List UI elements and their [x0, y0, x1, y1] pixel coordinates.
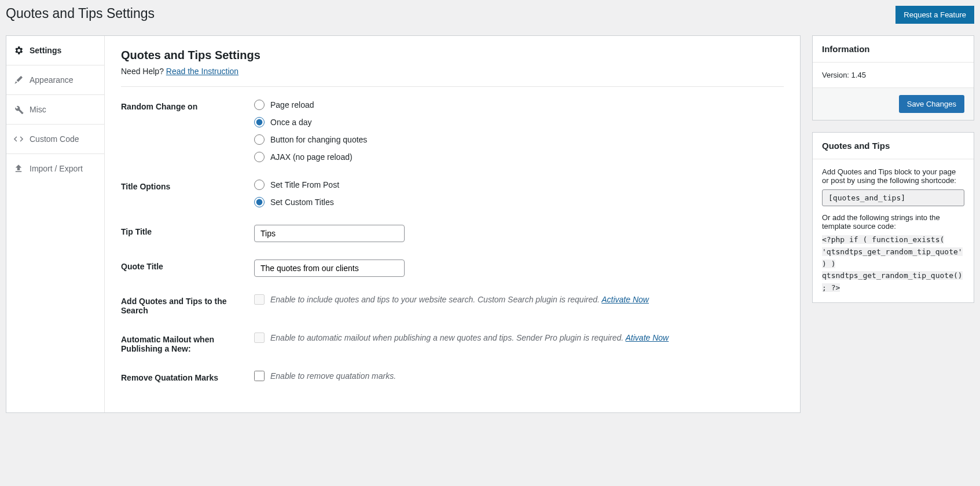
settings-content: Quotes and Tips Settings Need Help? Read…: [105, 36, 800, 412]
label-title-options: Title Options: [121, 180, 254, 191]
radio-input[interactable]: [254, 100, 265, 110]
label-add-to-search: Add Quotes and Tips to the Search: [121, 294, 254, 315]
save-changes-button[interactable]: Save Changes: [899, 95, 964, 113]
sidebar-item-custom-code[interactable]: Custom Code: [6, 125, 104, 154]
radio-title-from-post[interactable]: Set Title From Post: [254, 180, 784, 190]
sidebar-item-label: Appearance: [30, 75, 74, 85]
tip-title-input[interactable]: [254, 225, 405, 242]
label-tip-title: Tip Title: [121, 225, 254, 236]
label-random-change: Random Change on: [121, 100, 254, 111]
radio-input[interactable]: [254, 152, 265, 162]
radio-label: AJAX (no page reload): [270, 152, 353, 162]
quote-title-input[interactable]: [254, 260, 405, 277]
radio-label: Set Title From Post: [270, 180, 339, 189]
request-feature-button[interactable]: Request a Feature: [895, 6, 974, 24]
upload-icon: [13, 163, 24, 174]
version-value: 1.45: [851, 71, 866, 79]
information-box: Information Version: 1.45 Save Changes: [812, 35, 974, 120]
radio-custom-titles[interactable]: Set Custom Titles: [254, 197, 784, 207]
sidebar-item-appearance[interactable]: Appearance: [6, 65, 104, 95]
help-prefix: Need Help?: [121, 67, 166, 76]
sidebar-item-label: Settings: [30, 46, 61, 55]
activate-mailout-link[interactable]: Ativate Now: [626, 333, 669, 342]
radio-label: Page reload: [270, 100, 314, 109]
radio-once-a-day[interactable]: Once a day: [254, 117, 784, 127]
info-title: Information: [813, 36, 974, 63]
radio-button-change[interactable]: Button for changing quotes: [254, 134, 784, 145]
radio-input[interactable]: [254, 117, 265, 127]
remove-marks-desc: Enable to remove quatation marks.: [270, 371, 396, 381]
radio-page-reload[interactable]: Page reload: [254, 100, 784, 110]
radio-ajax[interactable]: AJAX (no page reload): [254, 152, 784, 162]
qt-or-text: Or add the following strings into the te…: [822, 213, 964, 231]
label-auto-mailout: Automatic Mailout when Publishing a New:: [121, 332, 254, 353]
code-display[interactable]: <?php if ( function_exists( 'qtsndtps_ge…: [822, 234, 964, 294]
quotes-tips-box: Quotes and Tips Add Quotes and Tips bloc…: [812, 132, 974, 303]
radio-label: Once a day: [270, 118, 312, 127]
content-heading: Quotes and Tips Settings: [121, 49, 784, 62]
radio-label: Button for changing quotes: [270, 135, 367, 144]
main-panel: Settings Appearance Misc Custom Code: [6, 35, 801, 413]
activate-search-link[interactable]: Activate Now: [601, 295, 649, 304]
radio-group-title-options: Set Title From Post Set Custom Titles: [254, 180, 784, 207]
wrench-icon: [13, 104, 24, 115]
sidebar: Settings Appearance Misc Custom Code: [6, 36, 105, 412]
right-column: Information Version: 1.45 Save Changes Q…: [812, 35, 974, 413]
sidebar-item-label: Import / Export: [30, 164, 83, 173]
search-desc: Enable to include quotes and tips to you…: [270, 295, 601, 304]
sidebar-item-import-export[interactable]: Import / Export: [6, 154, 104, 183]
radio-input[interactable]: [254, 197, 265, 207]
label-quote-title: Quote Title: [121, 260, 254, 271]
radio-input[interactable]: [254, 134, 265, 145]
sidebar-item-label: Misc: [30, 105, 46, 114]
label-remove-marks: Remove Quatation Marks: [121, 371, 254, 382]
qt-intro: Add Quotes and Tips block to your page o…: [822, 167, 964, 185]
qt-title: Quotes and Tips: [813, 133, 974, 159]
code-icon: [13, 134, 24, 144]
sidebar-item-misc[interactable]: Misc: [6, 95, 104, 125]
brush-icon: [13, 75, 24, 85]
shortcode-display[interactable]: [quotes_and_tips]: [822, 189, 964, 206]
sidebar-item-label: Custom Code: [30, 134, 79, 144]
radio-label: Set Custom Titles: [270, 198, 334, 207]
sidebar-item-settings[interactable]: Settings: [6, 36, 104, 65]
help-link[interactable]: Read the Instruction: [166, 67, 238, 76]
version-label: Version:: [822, 71, 851, 79]
remove-marks-checkbox[interactable]: [254, 371, 265, 381]
mailout-desc: Enable to automatic mailout when publish…: [270, 333, 626, 342]
mailout-checkbox[interactable]: [254, 332, 265, 343]
radio-input[interactable]: [254, 180, 265, 190]
radio-group-random-change: Page reload Once a day Button for changi…: [254, 100, 784, 162]
search-checkbox[interactable]: [254, 294, 265, 305]
gear-icon: [13, 45, 24, 56]
page-title: Quotes and Tips Settings: [6, 6, 155, 21]
